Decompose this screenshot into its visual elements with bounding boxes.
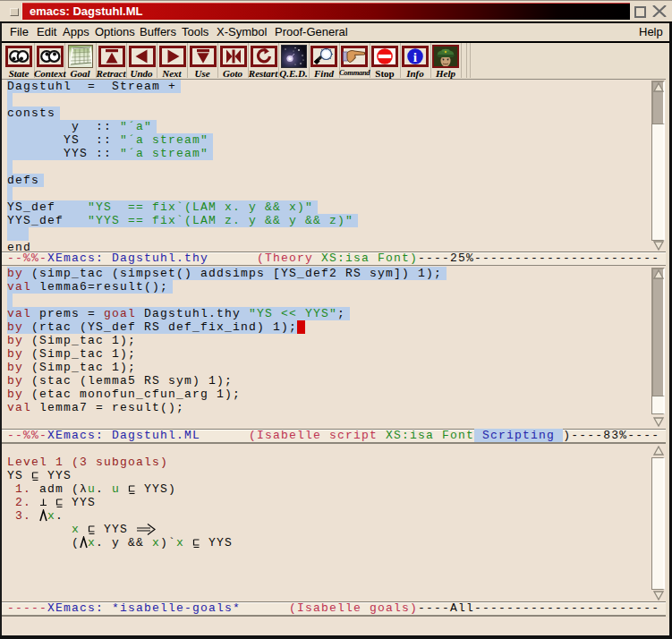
- svg-text:i: i: [413, 49, 418, 64]
